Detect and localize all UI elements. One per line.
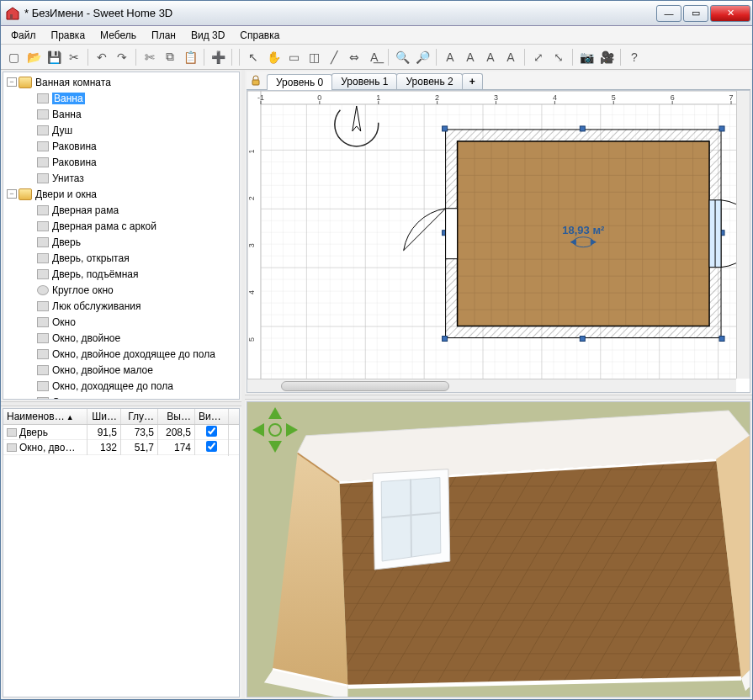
menu-help[interactable]: Справка xyxy=(233,28,286,43)
photo-icon[interactable]: 📷 xyxy=(577,48,596,66)
window-title: * БезИмени - Sweet Home 3D xyxy=(24,7,656,19)
svg-rect-48 xyxy=(719,337,724,342)
table-row[interactable]: Окно, дво…13251,7174 xyxy=(3,440,239,455)
create-rooms-icon[interactable]: ◫ xyxy=(305,48,323,66)
tree-category[interactable]: −Ванная комната xyxy=(3,74,239,90)
horizontal-splitter-left[interactable] xyxy=(1,401,241,406)
text-bold-icon[interactable]: A xyxy=(441,48,459,66)
save-icon[interactable]: 💾 xyxy=(45,48,63,66)
nav3d-right-icon[interactable] xyxy=(286,423,298,437)
table-row[interactable]: Дверь91,573,5208,5 xyxy=(3,425,239,440)
create-polyline-icon[interactable]: ╱ xyxy=(325,48,343,66)
pan-icon[interactable]: ✋ xyxy=(264,48,283,66)
redo-icon[interactable]: ↷ xyxy=(113,48,131,66)
tree-item[interactable]: Дверь xyxy=(3,234,239,250)
zoom-out-icon[interactable]: 🔎 xyxy=(413,48,432,66)
create-walls-icon[interactable]: ▭ xyxy=(284,48,303,66)
tree-item[interactable]: Круглое окно xyxy=(3,282,239,298)
col-name[interactable]: Наименов… xyxy=(7,411,65,422)
tree-item[interactable]: Окно, доходящее до пола xyxy=(3,378,239,394)
table-header[interactable]: Наименов…▲ Ши… Глу… Вы… Види… xyxy=(3,409,239,425)
svg-text:2: 2 xyxy=(247,196,256,200)
nav3d-left-icon[interactable] xyxy=(252,423,264,437)
plan-canvas[interactable]: -1012345678 123456 xyxy=(247,91,750,393)
tree-toggle-icon[interactable]: − xyxy=(7,189,17,199)
nav3d-center-icon[interactable] xyxy=(268,423,282,437)
zoom-actual-icon[interactable]: ⤡ xyxy=(549,48,568,66)
create-dimensions-icon[interactable]: ⇔ xyxy=(345,48,363,66)
tree-item[interactable]: Окно xyxy=(3,314,239,330)
tab-add-level[interactable]: + xyxy=(462,73,483,89)
tab-level-0[interactable]: Уровень 0 xyxy=(267,74,332,90)
copy-icon[interactable]: ⧉ xyxy=(161,48,179,66)
col-depth[interactable]: Глу… xyxy=(121,409,158,424)
tab-level-1[interactable]: Уровень 1 xyxy=(331,73,397,89)
item-thumb-icon xyxy=(37,157,49,167)
tree-item[interactable]: Окно, двойное малое xyxy=(3,362,239,378)
menu-plan[interactable]: План xyxy=(145,28,183,43)
item-thumb-icon xyxy=(37,349,49,359)
horizontal-splitter-right[interactable] xyxy=(245,395,752,400)
item-thumb-icon xyxy=(37,109,49,119)
nav3d-up-icon[interactable] xyxy=(268,407,282,419)
visible-checkbox[interactable] xyxy=(206,441,217,452)
tree-category[interactable]: −Двери и окна xyxy=(3,186,239,202)
menu-view3d[interactable]: Вид 3D xyxy=(184,28,231,43)
maximize-button[interactable]: ▭ xyxy=(683,5,708,22)
catalog-tree[interactable]: −Ванная комнатаВаннаВаннаДушРаковинаРако… xyxy=(3,72,240,400)
close-button[interactable]: ✕ xyxy=(710,5,750,22)
title-bar[interactable]: * БезИмени - Sweet Home 3D — ▭ ✕ xyxy=(1,1,752,26)
paste-icon[interactable]: 📋 xyxy=(181,48,199,66)
visible-checkbox[interactable] xyxy=(206,426,217,437)
open-icon[interactable]: 📂 xyxy=(24,48,43,66)
view-3d[interactable] xyxy=(247,401,750,697)
col-height[interactable]: Вы… xyxy=(158,409,195,424)
tree-item[interactable]: Окно, малое xyxy=(3,394,239,400)
text-italic-icon[interactable]: A xyxy=(461,48,480,66)
create-text-icon[interactable]: A͟ xyxy=(365,48,384,66)
nav3d-down-icon[interactable] xyxy=(268,441,282,453)
cut-icon[interactable]: ✄ xyxy=(141,48,159,66)
col-visible[interactable]: Види… xyxy=(195,409,229,424)
preferences-icon[interactable]: ✂ xyxy=(65,48,83,66)
plan-2d-view[interactable]: -1012345678 123456 xyxy=(247,90,750,393)
plan-scrollbar-horizontal[interactable] xyxy=(247,379,736,392)
menu-edit[interactable]: Правка xyxy=(45,28,93,43)
new-file-icon[interactable]: ▢ xyxy=(4,48,23,66)
minimize-button[interactable]: — xyxy=(656,5,681,22)
menu-file[interactable]: Файл xyxy=(4,28,43,43)
tree-item[interactable]: Ванна xyxy=(3,106,239,122)
undo-icon[interactable]: ↶ xyxy=(93,48,111,66)
tree-item[interactable]: Душ xyxy=(3,122,239,138)
tab-level-2[interactable]: Уровень 2 xyxy=(396,73,462,89)
tree-item[interactable]: Раковина xyxy=(3,138,239,154)
zoom-fit-icon[interactable]: ⤢ xyxy=(529,48,548,66)
view3d-canvas[interactable] xyxy=(247,402,750,697)
help-icon[interactable]: ? xyxy=(625,48,644,66)
tree-item[interactable]: Дверь, подъёмная xyxy=(3,266,239,282)
select-icon[interactable]: ↖ xyxy=(244,48,262,66)
svg-text:2: 2 xyxy=(435,93,439,102)
text-decrease-icon[interactable]: A xyxy=(501,48,520,66)
tree-item[interactable]: Окно, двойное xyxy=(3,330,239,346)
item-label: Окно, малое xyxy=(52,396,111,400)
tree-item[interactable]: Раковина xyxy=(3,154,239,170)
col-width[interactable]: Ши… xyxy=(87,409,121,424)
tree-item[interactable]: Дверь, открытая xyxy=(3,250,239,266)
tree-item[interactable]: Дверная рама с аркой xyxy=(3,218,239,234)
tree-item[interactable]: Люк обслуживания xyxy=(3,298,239,314)
zoom-in-icon[interactable]: 🔍 xyxy=(393,48,411,66)
video-icon[interactable]: 🎥 xyxy=(597,48,616,66)
furniture-table[interactable]: Наименов…▲ Ши… Глу… Вы… Види… Дверь91,57… xyxy=(3,408,240,697)
tree-toggle-icon[interactable]: − xyxy=(7,77,17,87)
svg-rect-1 xyxy=(10,14,13,19)
menu-furniture[interactable]: Мебель xyxy=(93,28,143,43)
tree-item[interactable]: Дверная рама xyxy=(3,202,239,218)
add-furniture-icon[interactable]: ➕ xyxy=(209,48,227,66)
plan-scrollbar-vertical[interactable] xyxy=(736,91,750,379)
tree-item[interactable]: Унитаз xyxy=(3,170,239,186)
lock-level-icon[interactable] xyxy=(250,75,262,87)
text-increase-icon[interactable]: A xyxy=(481,48,500,66)
tree-item[interactable]: Ванна xyxy=(3,90,239,106)
tree-item[interactable]: Окно, двойное доходящее до пола xyxy=(3,346,239,362)
